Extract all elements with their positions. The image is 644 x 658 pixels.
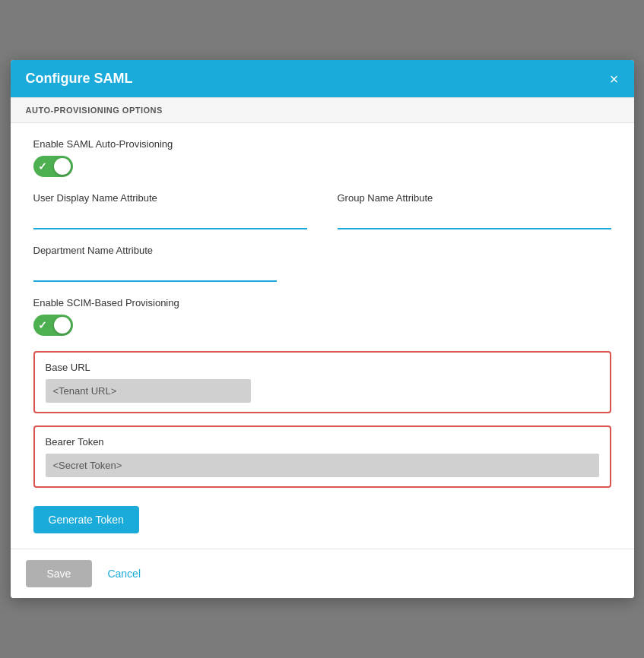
modal-header: Configure SAML × (11, 60, 634, 97)
base-url-input[interactable]: <Tenant URL> (46, 379, 251, 403)
toggle-thumb (54, 158, 71, 175)
base-url-label: Base URL (46, 362, 599, 373)
department-name-group: Department Name Attribute (33, 245, 277, 282)
scim-toggle-check-icon: ✓ (38, 319, 47, 331)
department-name-input[interactable] (33, 262, 277, 282)
enable-saml-group: Enable SAML Auto-Provisioning ✓ (33, 138, 611, 177)
scim-toggle-thumb (54, 317, 71, 334)
section-content: Enable SAML Auto-Provisioning ✓ User D (11, 123, 634, 549)
enable-scim-label: Enable SCIM-Based Provisioning (33, 297, 611, 308)
cancel-button[interactable]: Cancel (107, 568, 141, 580)
enable-scim-toggle-container: ✓ (33, 315, 611, 336)
toggle-track: ✓ (33, 156, 73, 177)
configure-saml-modal: Configure SAML × AUTO-PROVISIONING OPTIO… (11, 60, 634, 598)
department-name-label: Department Name Attribute (33, 245, 277, 256)
enable-saml-toggle-container: ✓ (33, 156, 611, 177)
generate-token-button[interactable]: Generate Token (33, 506, 139, 533)
user-display-name-input[interactable] (33, 210, 307, 229)
section-header: AUTO-PROVISIONING OPTIONS (11, 97, 634, 123)
save-button[interactable]: Save (26, 560, 93, 587)
user-display-name-label: User Display Name Attribute (33, 192, 307, 204)
group-name-group: Group Name Attribute (338, 192, 611, 229)
enable-scim-group: Enable SCIM-Based Provisioning ✓ (33, 297, 611, 336)
close-button[interactable]: × (610, 71, 619, 87)
user-display-name-group: User Display Name Attribute (33, 192, 307, 229)
group-name-label: Group Name Attribute (338, 192, 611, 204)
name-attributes-row: User Display Name Attribute Group Name A… (33, 192, 611, 245)
scim-toggle-track: ✓ (33, 315, 73, 336)
group-name-input[interactable] (338, 210, 611, 229)
enable-saml-toggle[interactable]: ✓ (33, 156, 73, 177)
bearer-token-label: Bearer Token (46, 436, 599, 448)
bearer-token-input[interactable]: <Secret Token> (46, 454, 599, 477)
modal-overlay: Configure SAML × AUTO-PROVISIONING OPTIO… (0, 0, 644, 658)
enable-saml-label: Enable SAML Auto-Provisioning (33, 138, 611, 150)
toggle-check-icon: ✓ (38, 160, 47, 172)
bearer-token-field: Bearer Token <Secret Token> (33, 425, 611, 488)
modal-body: AUTO-PROVISIONING OPTIONS Enable SAML Au… (11, 97, 634, 549)
base-url-field: Base URL <Tenant URL> (33, 351, 611, 413)
modal-footer: Save Cancel (11, 549, 634, 598)
enable-scim-toggle[interactable]: ✓ (33, 315, 73, 336)
modal-title: Configure SAML (26, 71, 133, 87)
